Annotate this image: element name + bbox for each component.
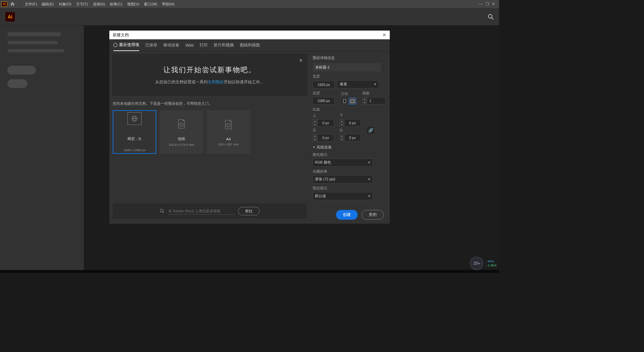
menu-effect[interactable]: 效果(C): [107, 2, 124, 7]
home-sidebar: [0, 26, 84, 270]
hero-subtitle: 从您自己的文档设置或一系列文档预设开始以快速开始工作。: [119, 79, 300, 85]
link-bleed-icon[interactable]: 🔗: [366, 126, 375, 135]
svg-point-6: [227, 124, 230, 127]
bleed-bottom-label: 下: [339, 113, 364, 118]
svg-point-7: [160, 209, 163, 212]
bleed-left-input[interactable]: 0 px: [317, 134, 334, 141]
os-menubar: Ai 文件(F) 编辑(E) 对象(O) 文字(T) 选择(S) 效果(C) 视…: [0, 0, 499, 8]
skeleton-button: [7, 79, 28, 88]
bleed-top-stepper[interactable]: ▲▼: [313, 119, 317, 127]
preset-name: 网页 - 大: [127, 136, 142, 141]
colormode-label: 颜色模式: [313, 152, 384, 157]
net-download: ↓ 1.3K/s: [485, 263, 496, 267]
home-icon[interactable]: [10, 2, 15, 6]
menu-file[interactable]: 文件(F): [22, 2, 39, 7]
raster-label: 光栅效果: [313, 169, 384, 174]
tab-print[interactable]: 打印: [200, 39, 208, 51]
window-minimize-icon[interactable]: —: [479, 2, 483, 6]
colormode-select[interactable]: RGB 颜色▼: [313, 159, 373, 167]
orientation-portrait[interactable]: [341, 98, 348, 104]
doc-icon: [174, 118, 189, 130]
preset-letter[interactable]: 信纸 215.9 x 279.4 mm: [160, 110, 203, 154]
artboards-input[interactable]: 1: [367, 97, 386, 104]
preset-name: 信纸: [178, 136, 185, 141]
menu-object[interactable]: 对象(O): [56, 2, 74, 7]
tab-art[interactable]: 图稿和插图: [240, 39, 260, 51]
unit-value: 像素: [340, 82, 347, 87]
svg-point-0: [488, 14, 492, 18]
stock-go-button[interactable]: 前往: [238, 207, 260, 215]
tab-recent[interactable]: 最近使用项: [113, 39, 139, 51]
hint-text: 您尚未创建任何文档。下面是一些预设创意，可帮助您入门。: [112, 101, 307, 110]
preset-a4[interactable]: A4 210 x 297 mm: [207, 110, 250, 154]
height-input[interactable]: 1080 px: [313, 97, 335, 104]
stock-search-input[interactable]: [168, 208, 235, 215]
web-icon: [127, 112, 142, 125]
dialog-titlebar: 新建文档 ✕: [109, 31, 390, 39]
preset-details-panel: 预设详细信息 未标题-1 宽度 1920 px 像素 ▼ 高度 1080 p: [310, 51, 388, 224]
hero-banner: ✕ 让我们开始尝试新事物吧。 从您自己的文档设置或一系列文档预设开始以快速开始工…: [112, 54, 307, 95]
advanced-toggle[interactable]: ▼高级选项: [313, 145, 384, 150]
width-input[interactable]: 1920 px: [313, 81, 335, 88]
bleed-top-input[interactable]: 0 px: [317, 119, 334, 127]
clock-icon: [113, 43, 117, 47]
bleed-right-stepper[interactable]: ▲▼: [339, 134, 344, 141]
bleed-top-label: 上: [313, 113, 337, 118]
close-button[interactable]: 关闭: [362, 210, 384, 220]
menu-type[interactable]: 文字(T): [74, 2, 91, 7]
hero-title: 让我们开始尝试新事物吧。: [119, 65, 300, 75]
svg-line-1: [492, 18, 493, 19]
main-area: 新建文档 ✕ 最近使用项 已保存 移动设备 Web 打印 胶片和视频 图稿和插图…: [84, 26, 499, 270]
preview-select[interactable]: 默认值▼: [313, 192, 373, 200]
stock-search-bar: 前往: [113, 204, 307, 218]
taskbar-edge: [0, 270, 499, 273]
hero-close-icon[interactable]: ✕: [299, 58, 303, 63]
window-close-icon[interactable]: ✕: [492, 2, 495, 6]
raster-select[interactable]: 屏幕 (72 ppi)▼: [313, 175, 373, 183]
search-icon[interactable]: [488, 14, 494, 20]
doc-name-input[interactable]: 未标题-1: [313, 63, 381, 72]
orientation-landscape[interactable]: [349, 98, 356, 104]
unit-select[interactable]: 像素 ▼: [337, 80, 379, 88]
illustrator-logo-icon: Ai: [5, 12, 15, 21]
artboards-label: 画板: [362, 91, 386, 96]
app-badge-icon: Ai: [1, 2, 7, 7]
tab-web[interactable]: Web: [185, 39, 194, 51]
chevron-down-icon: ▼: [368, 161, 371, 164]
tab-film[interactable]: 胶片和视频: [214, 39, 234, 51]
new-document-dialog: 新建文档 ✕ 最近使用项 已保存 移动设备 Web 打印 胶片和视频 图稿和插图…: [109, 30, 390, 224]
menu-help[interactable]: 帮助(H): [160, 2, 177, 7]
dialog-tabs: 最近使用项 已保存 移动设备 Web 打印 胶片和视频 图稿和插图: [109, 39, 390, 51]
bleed-bottom-stepper[interactable]: ▲▼: [339, 119, 344, 127]
preset-size: 210 x 297 mm: [218, 142, 238, 146]
bleed-left-stepper[interactable]: ▲▼: [313, 134, 317, 141]
preset-web-large[interactable]: 网页 - 大 1920 x 1080 px: [113, 110, 156, 154]
skeleton-button: [7, 66, 36, 75]
app-header: Ai: [0, 8, 499, 26]
bleed-bottom-input[interactable]: 0 px: [344, 119, 361, 127]
preset-name: A4: [226, 137, 230, 141]
menu-window[interactable]: 窗口(W): [142, 2, 160, 7]
dialog-close-icon[interactable]: ✕: [382, 32, 386, 38]
window-restore-icon[interactable]: ❐: [485, 2, 489, 6]
dialog-title: 新建文档: [113, 32, 129, 38]
menu-view[interactable]: 视图(V): [125, 2, 142, 7]
artboards-stepper[interactable]: ▲▼: [362, 97, 367, 104]
colormode-value: RGB 颜色: [315, 160, 331, 165]
bleed-right-input[interactable]: 0 px: [344, 134, 361, 141]
tab-saved[interactable]: 已保存: [145, 39, 157, 51]
network-usage-circle: 20%: [470, 257, 483, 270]
width-label: 宽度: [313, 74, 384, 79]
tab-label: 最近使用项: [119, 42, 139, 48]
raster-value: 屏幕 (72 ppi): [315, 177, 335, 182]
menu-edit[interactable]: 编辑(E): [39, 2, 56, 7]
chevron-down-icon: ▼: [313, 146, 315, 149]
details-heading: 预设详细信息: [313, 55, 384, 60]
tab-mobile[interactable]: 移动设备: [163, 39, 179, 51]
menu-select[interactable]: 选择(S): [91, 2, 108, 7]
bleed-right-label: 右: [339, 128, 364, 133]
create-button[interactable]: 创建: [336, 210, 358, 220]
doc-presets-link[interactable]: 文档预设: [208, 80, 224, 84]
bleed-label: 出血: [313, 107, 384, 112]
height-label: 高度: [313, 91, 335, 96]
